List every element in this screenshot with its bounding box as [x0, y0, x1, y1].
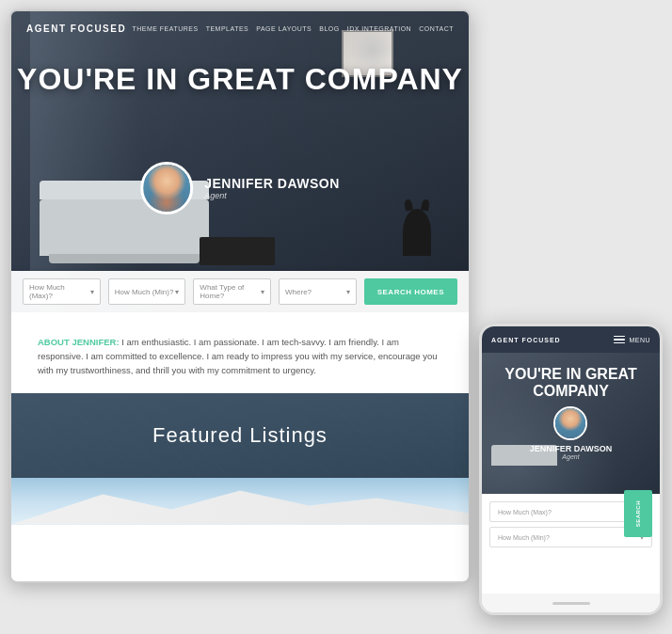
mobile-mockup: AGENT FOCUSED MENU YOU'RE IN GREAT COMPA… — [479, 324, 663, 615]
featured-section: Featured Listings — [11, 393, 469, 478]
coffee-table-decoration — [200, 237, 275, 265]
mobile-logo[interactable]: AGENT FOCUSED — [491, 337, 561, 343]
featured-title: Featured Listings — [152, 423, 328, 448]
nav-link-contact[interactable]: CONTACT — [419, 25, 454, 32]
dropdown-arrow-3: ▾ — [261, 288, 264, 296]
site-logo[interactable]: AGENT FOCUSED — [26, 24, 126, 34]
search-homes-button[interactable]: SEARCH HOMES — [364, 278, 457, 305]
agent-name: JENNIFER DAWSON — [204, 176, 340, 191]
dropdown-arrow-2: ▾ — [175, 288, 179, 296]
about-section: ABOUT JENNIFER: I am enthusiastic. I am … — [11, 312, 469, 393]
about-label: ABOUT JENNIFER: — [38, 337, 120, 347]
nav-link-idx[interactable]: IDX INTEGRATION — [347, 25, 411, 32]
agent-card: JENNIFER DAWSON Agent — [140, 162, 340, 214]
agent-avatar — [140, 162, 193, 214]
navigation-bar: AGENT FOCUSED THEME FEATURES TEMPLATES P… — [11, 11, 469, 45]
home-indicator — [552, 602, 590, 605]
mobile-agent-card: JENNIFER DAWSON Agent — [530, 406, 613, 460]
search-where-label: Where? — [285, 288, 312, 296]
mobile-search-button[interactable]: SEARCH — [624, 490, 652, 537]
nav-link-blog[interactable]: BLOG — [319, 25, 339, 32]
nav-link-theme-features[interactable]: THEME FEATURES — [132, 25, 198, 32]
avatar-image — [143, 165, 190, 212]
mobile-hero-title: YOU'RE IN GREAT COMPANY — [482, 366, 660, 399]
hero-section: AGENT FOCUSED THEME FEATURES TEMPLATES P… — [11, 11, 469, 312]
hamburger-icon — [614, 336, 625, 344]
hamburger-line-3 — [614, 342, 625, 344]
search-home-type[interactable]: What Type of Home? ▾ — [193, 278, 271, 305]
mobile-search-min-label: How Much (Min)? — [498, 534, 550, 541]
dropdown-arrow-1: ▾ — [90, 288, 94, 296]
screenshot-container: AGENT FOCUSED THEME FEATURES TEMPLATES P… — [0, 0, 672, 634]
nav-link-page-layouts[interactable]: PAGE LAYOUTS — [256, 25, 312, 32]
mobile-bottom-bar — [482, 594, 660, 612]
search-bar: How Much (Max)? ▾ How Much (Min)? ▾ What… — [11, 271, 469, 312]
search-location[interactable]: Where? ▾ — [279, 278, 357, 305]
mobile-menu-button[interactable]: MENU — [614, 336, 650, 344]
search-max-label: How Much (Max)? — [29, 283, 90, 300]
search-min-price[interactable]: How Much (Min)? ▾ — [108, 278, 186, 305]
hamburger-line-2 — [614, 339, 625, 341]
mobile-agent-role: Agent — [562, 453, 579, 460]
mobile-button-label: SEARCH — [635, 500, 641, 527]
nav-links-container: THEME FEATURES TEMPLATES PAGE LAYOUTS BL… — [132, 25, 454, 32]
mountain-silhouette — [11, 487, 469, 525]
hero-title: YOU'RE IN GREAT COMPANY — [11, 63, 469, 96]
search-max-price[interactable]: How Much (Max)? ▾ — [23, 278, 101, 305]
desktop-screen: AGENT FOCUSED THEME FEATURES TEMPLATES P… — [11, 11, 469, 581]
desktop-mockup: AGENT FOCUSED THEME FEATURES TEMPLATES P… — [9, 9, 471, 583]
nav-link-templates[interactable]: TEMPLATES — [206, 25, 249, 32]
about-text: ABOUT JENNIFER: I am enthusiastic. I am … — [38, 335, 442, 378]
dropdown-arrow-4: ▾ — [346, 288, 350, 296]
mobile-screen: AGENT FOCUSED MENU YOU'RE IN GREAT COMPA… — [482, 326, 660, 612]
search-min-label: How Much (Min)? — [115, 288, 174, 296]
mobile-hero: YOU'RE IN GREAT COMPANY JENNIFER DAWSON … — [482, 353, 660, 494]
mobile-nav: AGENT FOCUSED MENU — [482, 326, 660, 353]
mobile-avatar-image — [555, 408, 585, 438]
mobile-agent-avatar — [553, 406, 587, 440]
menu-label: MENU — [629, 337, 650, 343]
mobile-agent-name: JENNIFER DAWSON — [530, 444, 613, 453]
window-light-effect — [30, 11, 143, 312]
listing-preview — [11, 478, 469, 525]
search-type-label: What Type of Home? — [200, 283, 261, 300]
hamburger-line-1 — [614, 336, 625, 338]
cat-silhouette — [403, 209, 431, 256]
agent-role: Agent — [204, 191, 340, 200]
mobile-search-max-label: How Much (Max)? — [498, 509, 552, 515]
agent-info: JENNIFER DAWSON Agent — [204, 176, 340, 200]
